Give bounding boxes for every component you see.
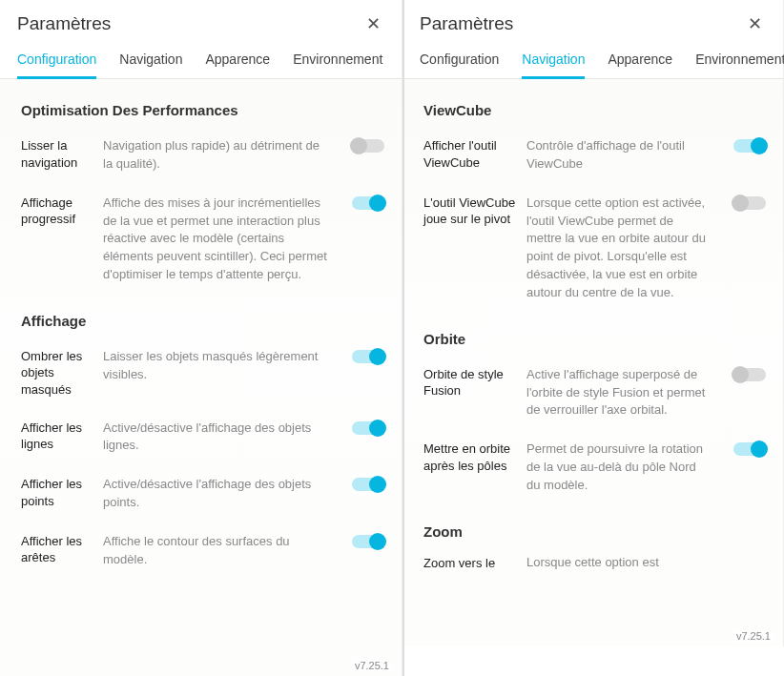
- section-title: Affichage: [0, 296, 402, 338]
- close-icon[interactable]: ✕: [362, 13, 384, 34]
- tab-environnement[interactable]: Environnement: [695, 44, 784, 78]
- settings-panel-navigation: Paramètres ✕ Configuration Navigation Ap…: [402, 0, 784, 646]
- setting-desc: Lorsque cette option est activée, l'outi…: [526, 195, 716, 302]
- setting-label: Mettre en orbite après les pôles: [423, 440, 519, 474]
- tabs-bar: Configuration Navigation Apparence Envir…: [0, 44, 402, 79]
- setting-label: Lisser la navigation: [21, 137, 95, 171]
- toggle-ghost-hidden[interactable]: [352, 350, 384, 363]
- tab-configuration[interactable]: Configuration: [420, 44, 499, 78]
- panel-content: Optimisation Des Performances Lisser la …: [0, 79, 402, 676]
- setting-row: Afficher l'outil ViewCube Contrôle d'aff…: [402, 128, 783, 185]
- section-title: Zoom: [402, 506, 783, 549]
- setting-desc: Navigation plus rapide) au détriment de …: [103, 137, 335, 174]
- tab-navigation[interactable]: Navigation: [119, 44, 182, 78]
- toggle-show-points[interactable]: [352, 478, 384, 491]
- toggle-show-viewcube[interactable]: [733, 139, 766, 153]
- setting-label: Zoom vers le: [423, 555, 519, 572]
- setting-label: Afficher les lignes: [21, 420, 95, 453]
- setting-row: Mettre en orbite après les pôles Permet …: [402, 431, 783, 506]
- toggle-orbit-past-poles[interactable]: [733, 442, 766, 456]
- setting-label: Afficher les arêtes: [21, 533, 95, 566]
- section-title: ViewCube: [402, 85, 783, 128]
- toggle-fusion-orbit[interactable]: [733, 368, 766, 381]
- setting-desc: Affiche le contour des surfaces du modèl…: [103, 533, 335, 569]
- tab-apparence[interactable]: Apparence: [205, 44, 270, 78]
- setting-label: Afficher l'outil ViewCube: [423, 137, 519, 171]
- panel-header: Paramètres ✕: [0, 0, 402, 44]
- setting-row: L'outil ViewCube joue sur le pivot Lorsq…: [402, 185, 783, 314]
- setting-row-cutoff: Zoom vers le Lorsque cette option est: [402, 549, 783, 572]
- setting-desc: Laisser les objets masqués légèrement vi…: [103, 348, 335, 384]
- toggle-show-edges[interactable]: [352, 535, 384, 548]
- setting-row: Afficher les arêtes Affiche le contour d…: [0, 523, 402, 581]
- version-label: v7.25.1: [733, 629, 774, 643]
- close-icon[interactable]: ✕: [744, 13, 766, 34]
- setting-label: Ombrer les objets masqués: [21, 348, 95, 399]
- setting-desc: Contrôle d'affichage de l'outil ViewCube: [526, 137, 716, 174]
- setting-label: L'outil ViewCube joue sur le pivot: [423, 195, 519, 228]
- toggle-progressive-display[interactable]: [352, 196, 384, 210]
- setting-label: Affichage progressif: [21, 195, 95, 228]
- tab-environnement[interactable]: Environnement: [293, 44, 382, 78]
- setting-row: Lisser la navigation Navigation plus rap…: [0, 128, 402, 185]
- setting-row: Afficher les points Active/désactive l'a…: [0, 466, 402, 523]
- setting-desc: Affiche des mises à jour incrémentielles…: [103, 195, 335, 284]
- setting-desc: Active/désactive l'affichage des objets …: [103, 420, 335, 456]
- section-title: Orbite: [402, 314, 783, 357]
- setting-desc: Active l'affichage superposé de l'orbite…: [526, 366, 716, 420]
- toggle-viewcube-pivot[interactable]: [733, 196, 766, 210]
- toggle-smooth-navigation[interactable]: [352, 139, 384, 153]
- setting-row: Afficher les lignes Active/désactive l'a…: [0, 410, 402, 467]
- setting-row: Ombrer les objets masqués Laisser les ob…: [0, 338, 402, 410]
- setting-row: Orbite de style Fusion Active l'affichag…: [402, 357, 783, 432]
- panel-header: Paramètres ✕: [402, 0, 783, 44]
- setting-desc: Permet de poursuivre la rotation de la v…: [526, 440, 716, 495]
- tab-configuration[interactable]: Configuration: [17, 44, 96, 79]
- setting-desc: Active/désactive l'affichage des objets …: [103, 476, 335, 512]
- toggle-show-lines[interactable]: [352, 421, 384, 435]
- version-label: v7.25.1: [352, 659, 392, 672]
- panel-title: Paramètres: [17, 13, 111, 34]
- setting-label: Orbite de style Fusion: [423, 366, 519, 399]
- settings-panel-configuration: Paramètres ✕ Configuration Navigation Ap…: [0, 0, 402, 676]
- tab-apparence[interactable]: Apparence: [608, 44, 672, 78]
- panel-content: ViewCube Afficher l'outil ViewCube Contr…: [402, 79, 783, 646]
- panel-title: Paramètres: [420, 13, 513, 34]
- section-title: Optimisation Des Performances: [0, 85, 402, 128]
- tab-navigation[interactable]: Navigation: [522, 44, 585, 79]
- setting-desc: Lorsque cette option est: [526, 555, 659, 572]
- setting-label: Afficher les points: [21, 476, 95, 509]
- tabs-bar: Configuration Navigation Apparence Envir…: [402, 44, 783, 79]
- setting-row: Affichage progressif Affiche des mises à…: [0, 185, 402, 296]
